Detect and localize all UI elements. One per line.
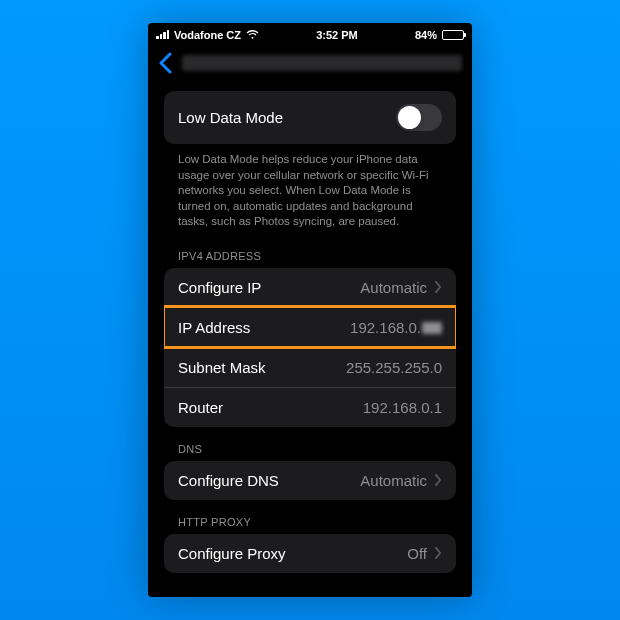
subnet-mask-value: 255.255.255.0 (346, 359, 442, 376)
ip-address-label: IP Address (178, 319, 250, 336)
dns-group: Configure DNS Automatic (164, 461, 456, 500)
battery-icon (442, 30, 464, 40)
configure-ip-row[interactable]: Configure IP Automatic (164, 268, 456, 307)
configure-ip-value: Automatic (360, 279, 442, 296)
configure-ip-label: Configure IP (178, 279, 261, 296)
low-data-mode-row[interactable]: Low Data Mode (164, 91, 456, 144)
dns-section-header: DNS (164, 427, 456, 461)
router-value: 192.168.0.1 (363, 399, 442, 416)
page-title (182, 55, 462, 71)
phone-frame: Vodafone CZ 3:52 PM 84% Low Data Mode Lo… (148, 23, 472, 597)
low-data-mode-label: Low Data Mode (178, 109, 283, 126)
carrier-label: Vodafone CZ (174, 29, 241, 41)
router-label: Router (178, 399, 223, 416)
subnet-mask-row: Subnet Mask 255.255.255.0 (164, 347, 456, 387)
configure-dns-row[interactable]: Configure DNS Automatic (164, 461, 456, 500)
back-button[interactable] (158, 52, 172, 74)
proxy-group: Configure Proxy Off (164, 534, 456, 573)
configure-dns-value: Automatic (360, 472, 442, 489)
ip-address-value: 192.168.0. (350, 319, 442, 336)
configure-proxy-label: Configure Proxy (178, 545, 286, 562)
low-data-mode-description: Low Data Mode helps reduce your iPhone d… (164, 144, 456, 230)
ip-last-octet-redacted (422, 322, 442, 334)
status-time: 3:52 PM (316, 29, 358, 41)
low-data-mode-group: Low Data Mode (164, 91, 456, 144)
battery-pct: 84% (415, 29, 437, 41)
configure-proxy-row[interactable]: Configure Proxy Off (164, 534, 456, 573)
status-right: 84% (415, 29, 464, 41)
ipv4-group: Configure IP Automatic IP Address 192.16… (164, 268, 456, 427)
chevron-right-icon (435, 281, 442, 293)
router-row: Router 192.168.0.1 (164, 387, 456, 427)
configure-dns-label: Configure DNS (178, 472, 279, 489)
proxy-section-header: HTTP PROXY (164, 500, 456, 534)
chevron-right-icon (435, 474, 442, 486)
configure-proxy-value: Off (407, 545, 442, 562)
subnet-mask-label: Subnet Mask (178, 359, 266, 376)
signal-icon (156, 30, 169, 39)
ipv4-section-header: IPV4 ADDRESS (164, 230, 456, 268)
status-bar: Vodafone CZ 3:52 PM 84% (148, 23, 472, 43)
status-left: Vodafone CZ (156, 29, 259, 41)
wifi-icon (246, 30, 259, 40)
ip-address-row: IP Address 192.168.0. (164, 307, 456, 347)
nav-bar (148, 43, 472, 83)
chevron-right-icon (435, 547, 442, 559)
content: Low Data Mode Low Data Mode helps reduce… (148, 83, 472, 597)
low-data-mode-toggle[interactable] (396, 104, 442, 131)
